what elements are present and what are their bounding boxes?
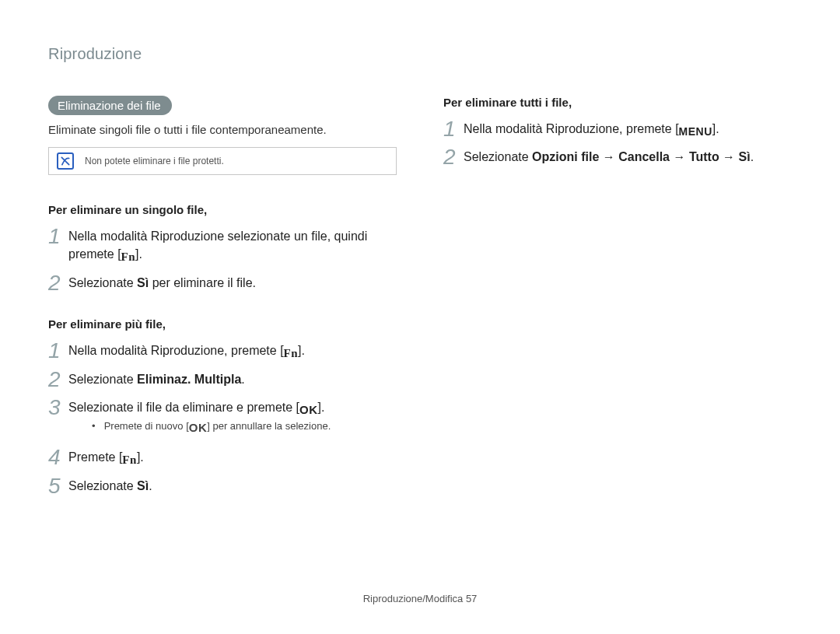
subhead-multi: Per eliminare più file, xyxy=(48,317,397,331)
subhead-single: Per eliminare un singolo file, xyxy=(48,203,397,216)
text: ]. xyxy=(135,247,142,261)
menu-key-icon xyxy=(679,122,712,140)
page: Riproduzione Eliminazione dei file Elimi… xyxy=(0,0,840,634)
text: ]. xyxy=(318,401,325,414)
step: Selezionate Opzioni file → Cancella → Tu… xyxy=(443,148,792,168)
text: . xyxy=(751,150,754,163)
footer-page-number: 57 xyxy=(466,593,477,604)
steps-all: Nella modalità Riproduzione, premete [].… xyxy=(443,120,792,168)
subhead-all: Per eliminare tutti i file, xyxy=(443,96,792,109)
content-columns: Eliminazione dei file Eliminate singoli … xyxy=(48,96,792,520)
note-icon xyxy=(57,152,74,170)
step-body: Nella modalità Riproduzione, premete []. xyxy=(464,120,792,140)
step: Selezionate Eliminaz. Multipla. xyxy=(48,370,397,391)
step-body: Nella modalità Riproduzione selezionate … xyxy=(68,227,397,266)
text-bold: Sì xyxy=(137,479,149,492)
text: Selezionate il file da eliminare e preme… xyxy=(68,401,299,414)
step: Nella modalità Riproduzione, premete []. xyxy=(48,342,397,363)
text: Selezionate xyxy=(68,373,137,386)
step: Nella modalità Riproduzione selezionate … xyxy=(48,227,397,266)
step: Nella modalità Riproduzione, premete []. xyxy=(443,120,792,140)
substep: • Premete di nuovo [] per annullare la s… xyxy=(92,420,397,434)
text: Nella modalità Riproduzione, premete [ xyxy=(464,122,679,135)
right-column: Per eliminare tutti i file, Nella modali… xyxy=(443,96,792,520)
text-bold: Opzioni file → Cancella → Tutto → Sì xyxy=(532,150,751,163)
step: Selezionate il file da eliminare e preme… xyxy=(48,398,397,440)
ok-key-icon xyxy=(299,401,318,419)
text: Selezionate xyxy=(464,150,532,163)
section-pill: Eliminazione dei file xyxy=(48,96,172,115)
text: per eliminare il file. xyxy=(149,276,256,289)
step: Selezionate Sì. xyxy=(48,477,397,497)
text: Selezionate xyxy=(68,276,137,289)
fn-key-icon xyxy=(121,247,136,266)
intro-text: Eliminate singoli file o tutti i file co… xyxy=(48,123,397,136)
text: . xyxy=(241,373,244,386)
step: Selezionate Sì per eliminare il file. xyxy=(48,274,397,294)
text-bold: Eliminaz. Multipla xyxy=(137,373,241,386)
page-footer: Riproduzione/Modifica 57 xyxy=(0,593,840,604)
step-body: Selezionate Eliminaz. Multipla. xyxy=(68,370,397,388)
note-text: Non potete eliminare i file protetti. xyxy=(85,156,224,166)
step-body: Selezionate Sì per eliminare il file. xyxy=(68,274,397,292)
footer-section: Riproduzione/Modifica xyxy=(363,593,466,604)
text: Premete [ xyxy=(68,450,122,464)
step-body: Selezionate Sì. xyxy=(68,477,397,495)
fn-key-icon xyxy=(122,450,137,469)
running-head: Riproduzione xyxy=(48,45,792,63)
text: ] per annullare la selezione. xyxy=(207,420,331,432)
step: Premete []. xyxy=(48,448,397,469)
text: ]. xyxy=(298,344,305,357)
steps-multi: Nella modalità Riproduzione, premete [].… xyxy=(48,342,397,497)
step-body: Selezionate il file da eliminare e preme… xyxy=(68,398,397,419)
text: Nella modalità Riproduzione selezionate … xyxy=(68,229,367,261)
text: Premete di nuovo [ xyxy=(104,420,189,432)
step-body: Nella modalità Riproduzione, premete []. xyxy=(68,342,397,363)
steps-single: Nella modalità Riproduzione selezionate … xyxy=(48,227,397,294)
text: . xyxy=(149,479,152,492)
bullet-icon: • xyxy=(92,420,101,432)
text: ]. xyxy=(137,450,144,464)
step-body: Premete []. xyxy=(68,448,397,469)
fn-key-icon xyxy=(284,344,299,363)
ok-key-icon xyxy=(189,421,208,434)
left-column: Eliminazione dei file Eliminate singoli … xyxy=(48,96,397,520)
text: Selezionate xyxy=(68,479,137,492)
note-box: Non potete eliminare i file protetti. xyxy=(48,147,397,175)
text-bold: Sì xyxy=(137,276,149,289)
text: ]. xyxy=(712,122,719,135)
text: Nella modalità Riproduzione, premete [ xyxy=(68,344,284,357)
step-body: Selezionate Opzioni file → Cancella → Tu… xyxy=(464,148,792,166)
